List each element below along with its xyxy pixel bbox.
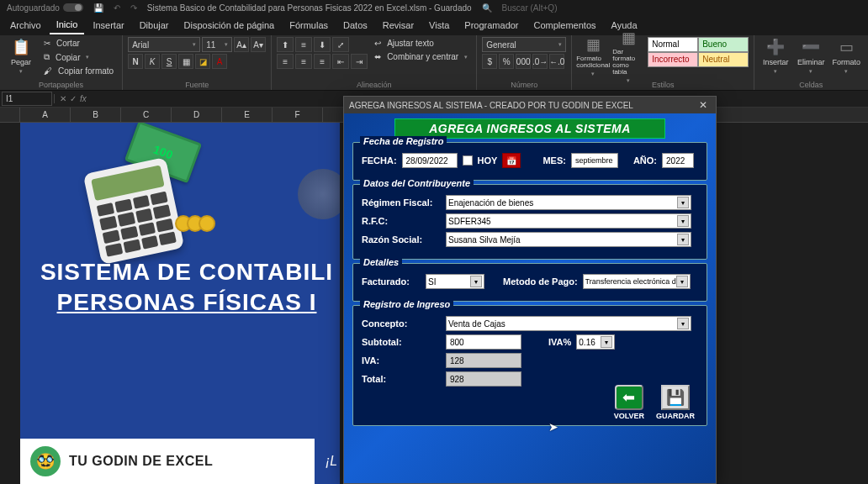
thousands-icon[interactable]: 000 [516,54,531,69]
delete-cells-button[interactable]: ➖Eliminar▾ [795,37,827,76]
align-right-icon[interactable]: ≡ [314,54,331,69]
font-family-combo[interactable]: Arial▾ [128,37,200,52]
format-as-table-button[interactable]: ▦Dar formato como tabla▾ [612,37,644,76]
indent-increase-icon[interactable]: ⇥ [351,54,368,69]
indent-decrease-icon[interactable]: ⇤ [332,54,349,69]
tab-dibujar[interactable]: Dibujar [133,17,176,34]
metodo-label: Metodo de Pago: [503,276,578,287]
borders-icon[interactable]: ▦ [178,54,193,69]
style-normal[interactable]: Normal [648,37,698,52]
align-middle-icon[interactable]: ≡ [295,37,312,52]
search-placeholder[interactable]: Buscar (Alt+Q) [502,3,558,13]
name-box[interactable] [2,92,52,106]
tab-archivo[interactable]: Archivo [3,17,48,34]
currency-icon[interactable]: $ [482,54,497,69]
enter-formula-icon[interactable]: ✓ [70,94,77,103]
tab-formulas[interactable]: Fórmulas [283,17,335,34]
facturado-select[interactable]: SI▾ [426,274,484,289]
col-header[interactable]: B [71,108,121,122]
ano-input[interactable] [662,153,694,168]
format-cells-button[interactable]: ▭Formato▾ [830,37,862,76]
format-painter-button[interactable]: 🖌Copiar formato [40,65,117,77]
col-header[interactable]: E [222,108,273,122]
tab-complementos[interactable]: Complementos [527,17,603,34]
copy-button[interactable]: ⧉Copiar ▾ [40,50,117,64]
volver-button[interactable]: ⬅ VOLVER [614,385,644,420]
dialog-titlebar[interactable]: AGREGA INGRESOS AL SISTEMA - CREADO POR … [344,97,716,113]
align-bottom-icon[interactable]: ⬇ [314,37,331,52]
paste-button[interactable]: 📋 Pegar ▾ [5,37,37,76]
col-header[interactable]: A [20,108,71,122]
bold-icon[interactable]: N [128,54,143,69]
metodo-select[interactable]: Transferencia electrónica de▾ [583,274,691,289]
brush-icon: 🖌 [42,66,54,76]
tab-disposicion[interactable]: Disposición de página [177,17,282,34]
fieldset-contribuyente: Datos del Contribuyente Régimen Fiscal: … [352,184,707,260]
group-numero: General▾ $ % 000 .0→ ←.0 Número [477,35,572,90]
style-neutral[interactable]: Neutral [698,52,749,67]
select-all-corner[interactable] [0,108,20,122]
conditional-format-button[interactable]: ▦Formato condicional▾ [577,37,609,76]
autosave-toggle[interactable]: Autoguardado [7,3,83,13]
guardar-button[interactable]: 💾 GUARDAR [656,385,695,420]
concepto-select[interactable]: Venta de Cajas▾ [446,316,691,331]
tab-programador[interactable]: Programador [458,17,525,34]
italic-icon[interactable]: K [145,54,160,69]
cut-button[interactable]: ✂Cortar [40,37,117,50]
font-size-combo[interactable]: 11▾ [202,37,232,52]
merge-center-button[interactable]: ⬌ Combinar y centrar ▾ [371,50,471,63]
insert-cells-button[interactable]: ➕Insertar▾ [760,37,791,76]
mes-input[interactable] [571,153,618,168]
subtotal-label: Subtotal: [362,337,441,347]
font-color-icon[interactable]: A [212,54,227,69]
percent-icon[interactable]: % [499,54,514,69]
wrap-text-button[interactable]: ↩ Ajustar texto [371,37,471,50]
fecha-input[interactable] [402,153,458,168]
rfc-select[interactable]: SDFER345▾ [446,213,691,229]
search-icon[interactable]: 🔍 [482,3,492,13]
underline-icon[interactable]: S [161,54,177,69]
style-incorrecto[interactable]: Incorrecto [648,52,698,67]
tab-insertar[interactable]: Insertar [86,17,130,34]
tab-revisar[interactable]: Revisar [376,17,421,34]
tab-datos[interactable]: Datos [336,17,374,34]
razon-select[interactable]: Susana Silva Mejía▾ [446,232,691,247]
total-input [446,371,521,387]
userform-dialog: AGREGA INGRESOS AL SISTEMA - CREADO POR … [343,96,717,484]
group-label: Número [482,81,566,89]
mes-label: MES: [542,155,566,166]
increase-decimal-icon[interactable]: .0→ [532,54,548,69]
table-icon: ▦ [622,29,636,47]
number-format-combo[interactable]: General▾ [482,37,566,52]
col-header[interactable]: D [172,108,222,122]
style-bueno[interactable]: Bueno [698,37,749,52]
align-center-icon[interactable]: ≡ [295,54,312,69]
orientation-icon[interactable]: ⤢ [332,37,349,52]
increase-font-icon[interactable]: A▴ [234,37,249,52]
save-icon[interactable]: 💾 [93,3,103,13]
document-title: Sistema Basico de Contabilidad para Pers… [147,3,472,13]
cancel-formula-icon[interactable]: ✕ [60,94,66,103]
undo-icon[interactable]: ↶ [114,3,120,13]
col-header[interactable]: F [273,108,323,122]
fx-icon[interactable]: fx [80,94,87,103]
hoy-checkbox[interactable] [463,155,473,166]
col-header[interactable]: C [121,108,172,122]
align-top-icon[interactable]: ⬆ [277,37,294,52]
redo-icon[interactable]: ↷ [130,3,137,13]
decrease-font-icon[interactable]: A▾ [251,37,266,52]
decrease-decimal-icon[interactable]: ←.0 [549,54,564,69]
regimen-select[interactable]: Enajenación de bienes▾ [446,195,691,210]
ivapct-select[interactable]: 0.16▾ [576,334,615,350]
tab-vista[interactable]: Vista [422,17,456,34]
chevron-down-icon: ▾ [470,276,482,287]
calendar-icon[interactable]: 📅 [502,153,521,168]
close-icon[interactable]: ✕ [696,99,711,111]
align-left-icon[interactable]: ≡ [277,54,294,69]
group-celdas: ➕Insertar▾ ➖Eliminar▾ ▭Formato▾ Celdas [754,35,867,90]
tab-inicio[interactable]: Inicio [50,16,85,34]
fill-color-icon[interactable]: ◪ [195,54,210,69]
subtotal-input[interactable] [446,334,521,350]
autosave-switch[interactable] [63,3,83,12]
brand-label: TU GODIN DE EXCEL [69,454,213,469]
